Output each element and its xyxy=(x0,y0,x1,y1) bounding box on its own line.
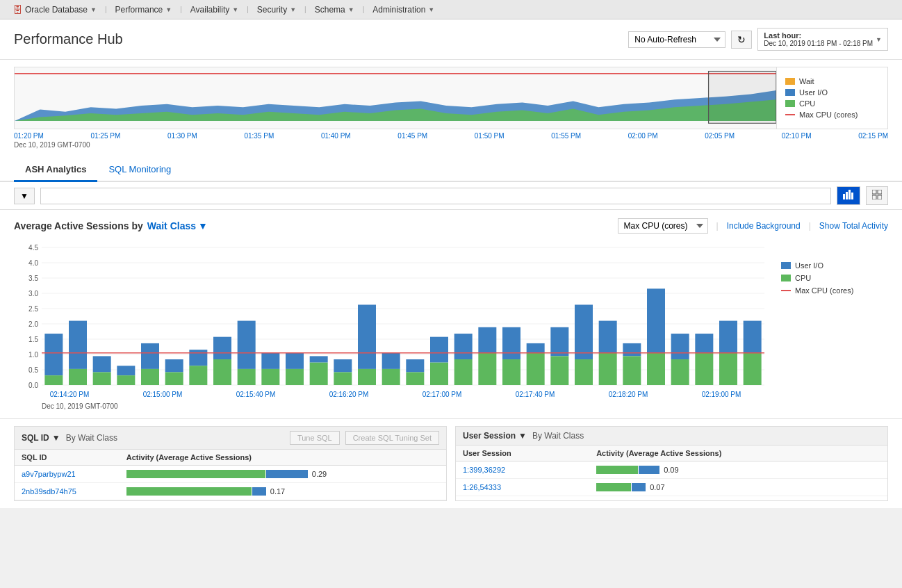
svg-text:02:19:00 PM: 02:19:00 PM xyxy=(702,391,741,398)
session-activity-bars-1 xyxy=(596,483,646,491)
nav-sep-3: | xyxy=(304,6,306,13)
svg-rect-59 xyxy=(382,369,400,385)
wait-class-dropdown[interactable]: Wait Class ▼ xyxy=(147,220,208,231)
svg-rect-50 xyxy=(286,353,304,369)
user-session-header-title[interactable]: User Session ▼ xyxy=(463,431,527,441)
session-id-link-0[interactable]: 1:399,36292 xyxy=(456,462,589,479)
main-content: Performance Hub No Auto-Refresh 10 secon… xyxy=(0,19,902,508)
aas-title: Average Active Sessions by Wait Class ▼ xyxy=(14,220,208,231)
nav-arrow-2: ▼ xyxy=(232,6,238,13)
nav-security[interactable]: Security ▼ xyxy=(250,0,303,19)
time-5: 01:45 PM xyxy=(397,132,427,140)
legend-aas-cpu: CPU xyxy=(781,274,877,282)
svg-rect-44 xyxy=(213,337,231,359)
nav-performance[interactable]: Performance ▼ xyxy=(108,0,179,19)
nav-sep-0: | xyxy=(105,6,107,13)
svg-text:3.0: 3.0 xyxy=(28,290,38,297)
svg-rect-60 xyxy=(406,359,424,372)
svg-rect-67 xyxy=(478,353,496,385)
svg-rect-82 xyxy=(671,334,689,359)
aas-header: Average Active Sessions by Wait Class ▼ … xyxy=(14,218,888,234)
page-title: Performance Hub xyxy=(14,31,123,47)
svg-rect-2 xyxy=(843,194,845,199)
session-id-link-1[interactable]: 1:26,54333 xyxy=(456,479,589,496)
svg-rect-75 xyxy=(575,359,593,385)
legend-userio-color xyxy=(785,89,795,96)
sql-table-body: a9v7parbypw21 0.29 2nb xyxy=(15,466,446,500)
legend-userio-label: User I/O xyxy=(799,88,828,97)
filter-button[interactable]: ▼ xyxy=(14,188,35,204)
tune-sql-button[interactable]: Tune SQL xyxy=(290,431,340,445)
nav-sep-1: | xyxy=(180,6,182,13)
svg-rect-79 xyxy=(623,356,641,385)
nav-schema[interactable]: Schema ▼ xyxy=(308,0,361,19)
svg-rect-62 xyxy=(430,337,448,363)
nav-oracle-database-label: Oracle Database xyxy=(25,5,88,15)
session-table-col-headers: User Session Activity (Average Active Se… xyxy=(456,446,887,462)
nav-schema-label: Schema xyxy=(315,5,345,15)
svg-text:02:14:20 PM: 02:14:20 PM xyxy=(50,391,90,398)
sql-id-link-0[interactable]: a9v7parbypw21 xyxy=(15,466,120,483)
nav-administration[interactable]: Administration ▼ xyxy=(366,0,441,19)
pipe-sep-2: | xyxy=(809,221,811,231)
svg-rect-5 xyxy=(851,193,853,199)
activity-blue-bar-0 xyxy=(266,470,308,478)
tabs-section: ASH Analytics SQL Monitoring xyxy=(0,158,902,182)
svg-rect-57 xyxy=(358,369,376,385)
legend-wait: Wait xyxy=(785,77,879,85)
sql-id-link-1[interactable]: 2nb39sdb74h75 xyxy=(15,483,120,500)
svg-text:02:15:00 PM: 02:15:00 PM xyxy=(143,391,183,398)
legend-aas-maxcpu-line xyxy=(781,290,791,291)
svg-rect-65 xyxy=(454,359,473,385)
cpu-metric-select[interactable]: Max CPU (cores) xyxy=(618,218,708,234)
svg-text:4.5: 4.5 xyxy=(28,244,38,252)
svg-rect-78 xyxy=(623,343,641,356)
nav-availability[interactable]: Availability ▼ xyxy=(183,0,245,19)
user-session-sort-arrow: ▼ xyxy=(518,431,527,441)
tab-ash-analytics[interactable]: ASH Analytics xyxy=(14,158,97,182)
auto-refresh-select[interactable]: No Auto-Refresh 10 seconds 30 seconds 1 … xyxy=(628,31,725,48)
svg-rect-36 xyxy=(117,366,135,375)
nav-arrow-3: ▼ xyxy=(290,6,296,13)
bar-chart-view-button[interactable] xyxy=(837,186,860,205)
last-hour-label: Last hour: xyxy=(764,31,801,40)
time-10: 02:10 PM xyxy=(782,132,812,140)
nav-oracle-database[interactable]: 🗄 Oracle Database ▼ xyxy=(6,0,104,19)
svg-rect-41 xyxy=(165,373,183,385)
svg-rect-84 xyxy=(695,334,713,353)
time-4: 01:40 PM xyxy=(321,132,351,140)
svg-text:4.0: 4.0 xyxy=(28,259,38,267)
page-header: Performance Hub No Auto-Refresh 10 secon… xyxy=(0,19,902,60)
time-2: 01:30 PM xyxy=(167,132,197,140)
svg-rect-73 xyxy=(550,356,568,385)
svg-rect-4 xyxy=(848,190,851,199)
svg-rect-53 xyxy=(310,363,328,385)
sql-id-sort-arrow: ▼ xyxy=(52,433,60,443)
time-range-display[interactable]: Last hour: Dec 10, 2019 01:18 PM - 02:18… xyxy=(757,28,888,51)
show-total-activity-link[interactable]: Show Total Activity xyxy=(819,221,888,231)
sql-id-panel: SQL ID ▼ By Wait Class Tune SQL Create S… xyxy=(14,426,447,501)
session-green-bar-1 xyxy=(596,483,631,491)
svg-rect-48 xyxy=(261,353,279,369)
svg-rect-30 xyxy=(44,334,63,375)
sql-col-activity: Activity (Average Active Sessions) xyxy=(120,450,446,466)
svg-rect-35 xyxy=(93,373,111,385)
session-col-id: User Session xyxy=(456,446,589,462)
overview-times: 01:20 PM 01:25 PM 01:30 PM 01:35 PM 01:4… xyxy=(14,131,888,141)
refresh-button[interactable]: ↻ xyxy=(731,31,752,49)
activity-blue-bar-1 xyxy=(252,487,266,496)
sql-id-header-title[interactable]: SQL ID ▼ xyxy=(22,433,60,443)
session-activity-cell-1: 0.07 xyxy=(589,479,887,496)
bar-chart-legend: User I/O CPU Max CPU (cores) xyxy=(770,240,888,410)
tab-sql-monitoring[interactable]: SQL Monitoring xyxy=(97,158,182,182)
bar-chart-area: 4.5 4.0 3.5 3.0 2.5 2.0 1.5 xyxy=(14,240,770,410)
filter-input[interactable] xyxy=(40,188,831,204)
sql-col-id: SQL ID xyxy=(15,450,120,466)
include-background-link[interactable]: Include Background xyxy=(727,221,801,231)
grid-view-button[interactable] xyxy=(866,186,888,205)
nav-arrow-0: ▼ xyxy=(90,6,97,13)
create-sql-tuning-set-button[interactable]: Create SQL Tuning Set xyxy=(345,431,439,445)
table-row: 1:26,54333 0.07 xyxy=(456,479,887,496)
legend-aas-userio-color xyxy=(781,262,791,269)
activity-bar-container-1: 0.17 xyxy=(126,487,439,496)
